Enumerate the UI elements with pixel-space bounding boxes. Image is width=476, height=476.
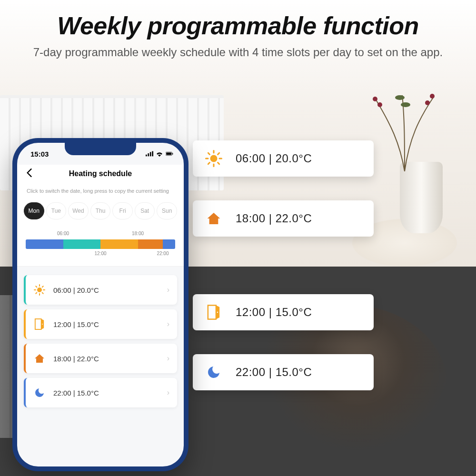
- svg-rect-23: [172, 153, 173, 155]
- slot-label: 12:00 | 15.0°C: [53, 320, 159, 328]
- slot-label: 06:00 | 20.0°C: [53, 286, 159, 294]
- svg-point-2: [430, 94, 435, 99]
- headline: Weekly programmable function 7-day progr…: [0, 11, 476, 60]
- day-wed[interactable]: Wed: [68, 202, 89, 219]
- app-header: Heating schedule: [17, 165, 184, 185]
- door-icon: [205, 304, 222, 321]
- float-card-text: 18:00 | 22.0°C: [236, 212, 312, 225]
- timeline-tick: 22:00: [157, 251, 169, 256]
- timeline-tick: 18:00: [132, 231, 144, 236]
- day-tue[interactable]: Tue: [46, 202, 67, 219]
- svg-rect-22: [166, 153, 171, 155]
- moon-icon: [33, 387, 46, 399]
- moon-icon: [205, 364, 222, 381]
- phone-notch: [65, 143, 136, 155]
- svg-point-5: [401, 102, 410, 107]
- float-cards-top: 06:00 | 20.0°C 18:00 | 22.0°C: [193, 140, 374, 260]
- slot-label: 18:00 | 22.0°C: [53, 355, 159, 363]
- battery-icon: [166, 151, 173, 157]
- chevron-right-icon: ›: [167, 388, 169, 397]
- timeline-segment: [138, 239, 163, 249]
- float-card-text: 22:00 | 15.0°C: [236, 366, 312, 379]
- svg-rect-18: [148, 153, 149, 156]
- svg-rect-15: [208, 305, 216, 319]
- schedule-slot[interactable]: 22:00 | 15.0°C›: [24, 378, 177, 407]
- svg-line-31: [36, 293, 37, 294]
- headline-subtitle: 7-day programmable weekly schedule with …: [29, 45, 447, 60]
- float-card-night: 22:00 | 15.0°C: [193, 354, 374, 390]
- timeline-bar[interactable]: [26, 239, 175, 249]
- timeline-tick: 06:00: [57, 231, 69, 236]
- day-picker: MonTueWedThuFriSatSun: [17, 200, 184, 226]
- timeline-segment: [26, 239, 63, 249]
- wifi-icon: [156, 151, 163, 157]
- headline-title: Weekly programmable function: [0, 11, 476, 40]
- day-fri[interactable]: Fri: [112, 202, 133, 219]
- hint-text: Click to switch the date, long press to …: [17, 185, 184, 200]
- float-card-away: 12:00 | 15.0°C: [193, 294, 374, 330]
- timeline: 06:0018:00 12:0022:00: [17, 226, 184, 267]
- svg-point-34: [42, 324, 43, 325]
- slot-label: 22:00 | 15.0°C: [53, 389, 159, 397]
- chevron-right-icon: ›: [167, 320, 169, 328]
- day-sun[interactable]: Sun: [157, 202, 177, 219]
- schedule-slot[interactable]: 12:00 | 15.0°C›: [24, 309, 177, 339]
- chevron-right-icon: ›: [167, 286, 169, 294]
- app-title: Heating schedule: [26, 169, 175, 178]
- schedule-slot[interactable]: 18:00 | 22.0°C›: [24, 344, 177, 373]
- svg-line-10: [218, 163, 219, 164]
- svg-point-0: [373, 97, 377, 101]
- status-indicators: [146, 151, 173, 157]
- svg-point-6: [210, 155, 218, 162]
- cellular-icon: [146, 151, 153, 157]
- phone-mockup: 15:03 Heating schedule Click to switch t…: [12, 138, 188, 471]
- timeline-segment: [63, 239, 101, 249]
- float-cards-bottom: 12:00 | 15.0°C 22:00 | 15.0°C: [193, 294, 374, 414]
- home-icon: [33, 352, 46, 365]
- svg-line-9: [208, 153, 209, 154]
- vase-illustration: [400, 162, 443, 233]
- schedule-slots: 06:00 | 20.0°C›12:00 | 15.0°C›18:00 | 22…: [17, 267, 184, 407]
- svg-rect-19: [150, 152, 151, 156]
- day-thu[interactable]: Thu: [90, 202, 111, 219]
- float-card-text: 12:00 | 15.0°C: [236, 306, 312, 319]
- status-time: 15:03: [30, 150, 49, 158]
- svg-line-32: [42, 287, 43, 288]
- svg-line-13: [208, 163, 209, 164]
- svg-rect-17: [146, 155, 147, 157]
- timeline-segment: [163, 239, 175, 249]
- door-icon: [33, 318, 46, 330]
- svg-point-16: [217, 312, 218, 313]
- sun-icon: [33, 284, 46, 296]
- day-sat[interactable]: Sat: [135, 202, 155, 219]
- svg-line-28: [42, 293, 43, 294]
- chevron-right-icon: ›: [167, 354, 169, 363]
- svg-point-3: [425, 100, 430, 105]
- float-card-morning: 06:00 | 20.0°C: [193, 140, 374, 177]
- float-card-evening: 18:00 | 22.0°C: [193, 200, 374, 237]
- svg-point-4: [395, 95, 405, 100]
- schedule-slot[interactable]: 06:00 | 20.0°C›: [24, 275, 177, 305]
- svg-point-1: [377, 102, 382, 107]
- home-icon: [205, 210, 222, 227]
- svg-line-27: [36, 287, 37, 288]
- float-card-text: 06:00 | 20.0°C: [236, 152, 312, 165]
- svg-point-24: [37, 288, 42, 292]
- svg-rect-33: [35, 319, 41, 329]
- timeline-tick: 12:00: [94, 251, 106, 256]
- sun-icon: [205, 150, 222, 167]
- timeline-segment: [100, 239, 138, 249]
- svg-line-14: [218, 153, 219, 154]
- day-mon[interactable]: Mon: [24, 202, 44, 219]
- svg-rect-20: [152, 151, 153, 157]
- phone-screen: 15:03 Heating schedule Click to switch t…: [17, 143, 184, 466]
